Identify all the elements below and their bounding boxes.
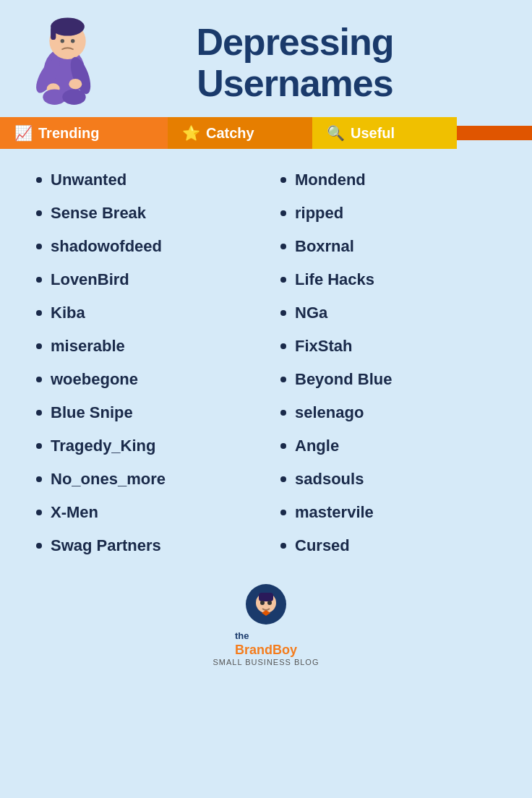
item-text: miserable bbox=[51, 337, 125, 356]
page-wrapper: Depressing Usernames 📈 Trending ⭐ Catchy… bbox=[0, 0, 532, 798]
bullet bbox=[36, 543, 42, 549]
item-text: Unwanted bbox=[51, 171, 126, 189]
tab-useful[interactable]: 🔍 Useful bbox=[312, 117, 457, 149]
main-title: Depressing Usernames bbox=[196, 22, 393, 104]
item-text: Tragedy_King bbox=[51, 437, 155, 455]
list-item: NGa bbox=[266, 296, 510, 330]
bullet bbox=[36, 410, 42, 416]
list-item: Cursed bbox=[266, 529, 510, 562]
item-text: Boxrnal bbox=[295, 237, 354, 256]
bullet bbox=[36, 310, 42, 316]
item-text: FixStah bbox=[295, 337, 352, 356]
svg-point-9 bbox=[69, 79, 82, 89]
bullet bbox=[280, 476, 286, 482]
svg-point-4 bbox=[61, 39, 64, 43]
tab-extra bbox=[457, 126, 532, 140]
list-item: X-Men bbox=[22, 496, 266, 529]
bullet bbox=[280, 343, 286, 349]
list-item: Swag Partners bbox=[22, 529, 266, 562]
bullet bbox=[36, 244, 42, 249]
brand-tagline: SMALL BUSINESS BLOG bbox=[213, 658, 319, 666]
item-text: Mondend bbox=[295, 171, 366, 189]
bullet bbox=[280, 443, 286, 449]
trending-label: Trending bbox=[38, 125, 99, 142]
list-item: FixStah bbox=[266, 330, 510, 363]
item-text: mastervile bbox=[295, 503, 374, 522]
item-text: X-Men bbox=[51, 503, 98, 522]
bullet bbox=[280, 177, 286, 183]
bullet bbox=[36, 177, 42, 183]
svg-point-14 bbox=[260, 601, 265, 605]
list-item: Mondend bbox=[266, 163, 510, 197]
tab-trending[interactable]: 📈 Trending bbox=[0, 117, 168, 149]
item-text: Sense Break bbox=[51, 204, 146, 223]
svg-point-11 bbox=[62, 89, 85, 105]
footer: the BrandBoy SMALL BUSINESS BLOG bbox=[213, 584, 319, 666]
list-item: mastervile bbox=[266, 496, 510, 529]
tab-bar: 📈 Trending ⭐ Catchy 🔍 Useful bbox=[0, 117, 532, 149]
bullet bbox=[280, 210, 286, 216]
list-item: Unwanted bbox=[22, 163, 266, 197]
item-text: Blue Snipe bbox=[51, 403, 133, 422]
catchy-icon: ⭐ bbox=[182, 124, 200, 142]
bullet bbox=[36, 476, 42, 482]
bullet bbox=[36, 343, 42, 349]
item-text: Kiba bbox=[51, 304, 85, 322]
item-text: Cursed bbox=[295, 536, 350, 555]
list-item: LovenBird bbox=[22, 263, 266, 296]
item-text: NGa bbox=[295, 304, 327, 322]
bullet bbox=[36, 377, 42, 382]
left-column: UnwantedSense BreakshadowofdeedLovenBird… bbox=[22, 163, 266, 562]
item-text: LovenBird bbox=[51, 270, 129, 289]
bullet bbox=[36, 210, 42, 216]
header: Depressing Usernames bbox=[0, 0, 532, 111]
list-item: Life Hacks bbox=[266, 263, 510, 296]
svg-rect-13 bbox=[259, 593, 273, 601]
list-item: Boxrnal bbox=[266, 230, 510, 263]
bullet bbox=[36, 510, 42, 515]
list-item: shadowofdeed bbox=[22, 230, 266, 263]
useful-label: Useful bbox=[351, 125, 395, 142]
bullet bbox=[280, 310, 286, 316]
item-text: Angle bbox=[295, 437, 339, 455]
useful-icon: 🔍 bbox=[327, 124, 345, 142]
bullet bbox=[280, 244, 286, 249]
tab-catchy[interactable]: ⭐ Catchy bbox=[168, 117, 312, 149]
brand-icon bbox=[246, 584, 286, 625]
item-text: woebegone bbox=[51, 370, 138, 389]
list-item: selenago bbox=[266, 396, 510, 429]
item-text: Life Hacks bbox=[295, 270, 374, 289]
item-text: Swag Partners bbox=[51, 536, 161, 555]
bullet bbox=[280, 410, 286, 416]
bullet bbox=[280, 510, 286, 515]
list-item: ripped bbox=[266, 197, 510, 230]
svg-point-15 bbox=[267, 601, 272, 605]
bullet bbox=[280, 543, 286, 549]
list-item: Tragedy_King bbox=[22, 429, 266, 463]
list-item: Kiba bbox=[22, 296, 266, 330]
svg-point-5 bbox=[71, 39, 74, 43]
content-area: UnwantedSense BreakshadowofdeedLovenBird… bbox=[0, 149, 532, 570]
item-text: sadsouls bbox=[295, 470, 364, 489]
item-text: ripped bbox=[295, 204, 343, 223]
list-item: Sense Break bbox=[22, 197, 266, 230]
bullet bbox=[36, 277, 42, 283]
list-item: Angle bbox=[266, 429, 510, 463]
list-item: Beyond Blue bbox=[266, 363, 510, 396]
brand-name: the BrandBoy bbox=[235, 627, 297, 658]
item-text: selenago bbox=[295, 403, 364, 422]
bullet bbox=[280, 277, 286, 283]
brand-logo: the BrandBoy SMALL BUSINESS BLOG bbox=[213, 584, 319, 666]
catchy-label: Catchy bbox=[206, 125, 254, 142]
list-item: Blue Snipe bbox=[22, 396, 266, 429]
bullet bbox=[280, 377, 286, 382]
trending-icon: 📈 bbox=[14, 124, 33, 142]
list-item: woebegone bbox=[22, 363, 266, 396]
item-text: No_ones_more bbox=[51, 470, 166, 489]
list-item: miserable bbox=[22, 330, 266, 363]
bullet bbox=[36, 443, 42, 449]
list-item: No_ones_more bbox=[22, 463, 266, 496]
item-text: Beyond Blue bbox=[295, 370, 392, 389]
svg-rect-3 bbox=[51, 27, 56, 40]
right-column: MondendrippedBoxrnalLife HacksNGaFixStah… bbox=[266, 163, 510, 562]
